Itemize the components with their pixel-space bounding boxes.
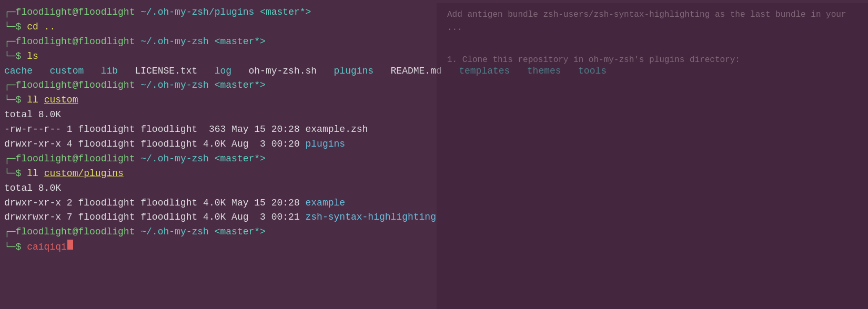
path-4: ~/.oh-my-zsh [140, 152, 209, 167]
filename-2: plugins [306, 137, 346, 152]
ll-row-1: -rw-r--r-- 1 floodlight floodlight 363 M… [4, 122, 864, 137]
path-3: ~/.oh-my-zsh [140, 78, 209, 93]
cmd-text-2: ls [27, 49, 38, 64]
connector-4: ┌─ [4, 152, 16, 167]
path-5: ~/.oh-my-zsh [140, 225, 209, 240]
connector-1: ┌─ [4, 5, 16, 20]
connector-2: ┌─ [4, 35, 16, 49]
path-2: ~/.oh-my-zsh [140, 35, 209, 49]
prompt-arrow-5: └─$ [4, 240, 27, 255]
branch-1: <master*> [260, 5, 311, 20]
prompt-line-3: ┌─floodlight@floodlight ~/.oh-my-zsh <ma… [4, 78, 864, 93]
space-5 [135, 78, 140, 93]
user-host-3: floodlight@floodlight [16, 78, 135, 93]
prompt-line-4: ┌─floodlight@floodlight ~/.oh-my-zsh <ma… [4, 152, 864, 167]
connector-5: ┌─ [4, 225, 16, 240]
ls-custom: custom [49, 64, 84, 79]
branch-3: <master*> [215, 78, 266, 93]
prompt-arrow-1: └─$ [4, 20, 27, 35]
cmd-line-1: └─$ cd .. [4, 20, 864, 35]
perms-1: -rw-r--r-- [4, 122, 61, 137]
ls-log: log [215, 64, 231, 79]
cmd-arg-custom: custom [44, 93, 78, 108]
terminal: Add antigen bundle zsh-users/zsh-syntax-… [0, 3, 868, 309]
filename-3: example [306, 196, 346, 211]
prompt-arrow-3: └─$ [4, 93, 27, 108]
space-2 [254, 5, 260, 20]
prompt-line-5: ┌─floodlight@floodlight ~/.oh-my-zsh <ma… [4, 225, 864, 240]
space-10 [209, 225, 215, 240]
cmd-arg-custom-plugins: custom/plugins [44, 167, 124, 181]
perms-2: drwxr-xr-x [4, 137, 61, 152]
filename-4: zsh-syntax-highlighting [306, 210, 436, 225]
ls-templates: templates [459, 64, 510, 79]
path-1: ~/.oh-my-zsh/plugins [140, 5, 254, 20]
perms-3: drwxr-xr-x [4, 196, 61, 211]
user-host-1: floodlight@floodlight [16, 5, 135, 20]
ls-plugins: plugins [334, 64, 374, 79]
connector-3: ┌─ [4, 78, 16, 93]
user-host-5: floodlight@floodlight [16, 225, 135, 240]
space-7 [135, 152, 140, 167]
total-line-1: total 8.0K [4, 108, 864, 122]
prompt-arrow-2: └─$ [4, 49, 27, 64]
cmd-text-5: caiqiqi [27, 240, 67, 255]
ls-license: LICENSE.txt [135, 64, 197, 79]
cmd-line-2: └─$ ls [4, 49, 864, 64]
space-3 [135, 35, 140, 49]
ls-cache: cache [4, 64, 33, 79]
ll-row-2: drwxr-xr-x 4 floodlight floodlight 4.0K … [4, 137, 864, 152]
cmd-text-4: ll [27, 167, 44, 181]
total-line-2: total 8.0K [4, 181, 864, 196]
user-host-4: floodlight@floodlight [16, 152, 135, 167]
cmd-line-3: └─$ ll custom [4, 93, 864, 108]
prompt-line-1: ┌─floodlight@floodlight ~/.oh-my-zsh/plu… [4, 5, 864, 20]
filename-1: example.zsh [306, 122, 368, 137]
total-1: total 8.0K [4, 108, 61, 122]
space-9 [135, 225, 140, 240]
ls-themes: themes [527, 64, 561, 79]
user-host-2: floodlight@floodlight [16, 35, 135, 49]
cursor [67, 240, 73, 250]
prompt-arrow-4: └─$ [4, 167, 27, 181]
ll-row-4: drwxrwxr-x 7 floodlight floodlight 4.0K … [4, 210, 864, 225]
ls-output-line: cache custom lib LICENSE.txt log oh-my-z… [4, 64, 864, 79]
branch-5: <master*> [215, 225, 266, 240]
total-2: total 8.0K [4, 181, 61, 196]
cmd-text-1: cd .. [27, 20, 55, 35]
space-8 [209, 152, 215, 167]
ls-tools: tools [578, 64, 607, 79]
space-4 [209, 35, 215, 49]
cmd-line-5[interactable]: └─$ caiqiqi [4, 240, 864, 255]
branch-4: <master*> [215, 152, 266, 167]
branch-2: <master*> [215, 35, 266, 49]
space-1 [135, 5, 140, 20]
ll-row-3: drwxr-xr-x 2 floodlight floodlight 4.0K … [4, 196, 864, 211]
perms-4: drwxrwxr-x [4, 210, 61, 225]
prompt-line-2: ┌─floodlight@floodlight ~/.oh-my-zsh <ma… [4, 35, 864, 49]
ls-script: oh-my-zsh.sh [249, 64, 317, 79]
space-6 [209, 78, 215, 93]
cmd-line-4: └─$ ll custom/plugins [4, 167, 864, 181]
ls-lib: lib [101, 64, 118, 79]
cmd-text-3: ll [27, 93, 44, 108]
ls-readme: README.md [391, 64, 442, 79]
